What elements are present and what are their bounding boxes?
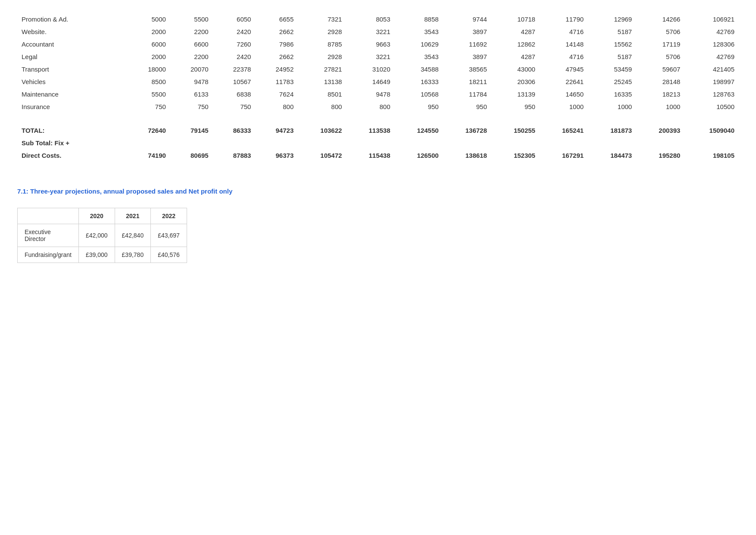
row-value: 11692 [443, 38, 491, 50]
row-value: 27821 [298, 63, 346, 75]
subtotal-label: Sub Total: Fix + [17, 137, 739, 149]
row-value: 7624 [255, 88, 298, 100]
row-value: 10500 [684, 100, 739, 113]
spacer-row [17, 113, 739, 119]
proj-header-row: 202020212022 [18, 208, 187, 224]
total-value: 124550 [395, 119, 443, 137]
direct-costs-value: 87883 [213, 149, 256, 162]
proj-row-value: £39,000 [78, 247, 115, 263]
row-value: 8785 [298, 38, 346, 50]
row-value: 8858 [395, 13, 443, 25]
row-value: 20306 [491, 75, 540, 88]
row-value: 42769 [684, 50, 739, 63]
row-value: 18211 [443, 75, 491, 88]
proj-row-value: £40,576 [151, 247, 187, 263]
expense-row: Legal20002200242026622928322135433897428… [17, 50, 739, 63]
row-value: 1000 [540, 100, 588, 113]
total-label: TOTAL: [17, 119, 128, 137]
row-label: Legal [17, 50, 128, 63]
total-value: 72640 [128, 119, 170, 137]
direct-costs-value: 138618 [443, 149, 491, 162]
row-value: 6133 [170, 88, 213, 100]
row-value: 20070 [170, 63, 213, 75]
row-value: 3543 [395, 50, 443, 63]
row-value: 38565 [443, 63, 491, 75]
row-value: 2662 [255, 50, 298, 63]
row-value: 6050 [213, 13, 256, 25]
row-value: 9663 [346, 38, 394, 50]
row-value: 10567 [213, 75, 256, 88]
row-value: 6600 [170, 38, 213, 50]
row-value: 53459 [588, 63, 636, 75]
row-value: 11783 [255, 75, 298, 88]
row-value: 8501 [298, 88, 346, 100]
proj-row-label: Fundraising/grant [18, 247, 79, 263]
direct-costs-value: 74190 [128, 149, 170, 162]
total-value: 113538 [346, 119, 394, 137]
total-value: 150255 [491, 119, 540, 137]
total-value: 86333 [213, 119, 256, 137]
row-value: 13139 [491, 88, 540, 100]
row-value: 2928 [298, 25, 346, 38]
row-value: 750 [128, 100, 170, 113]
row-value: 14148 [540, 38, 588, 50]
row-value: 750 [213, 100, 256, 113]
row-value: 8500 [128, 75, 170, 88]
row-value: 2662 [255, 25, 298, 38]
row-value: 22641 [540, 75, 588, 88]
direct-costs-row: Direct Costs.741908069587883963731054721… [17, 149, 739, 162]
row-value: 28148 [636, 75, 684, 88]
projections-table: 202020212022 Executive Director£42,000£4… [17, 208, 187, 263]
direct-costs-value: 105472 [298, 149, 346, 162]
row-value: 59607 [636, 63, 684, 75]
row-value: 10568 [395, 88, 443, 100]
total-value: 79145 [170, 119, 213, 137]
total-row: TOTAL:7264079145863339472310362211353812… [17, 119, 739, 137]
row-value: 3897 [443, 50, 491, 63]
row-value: 6000 [128, 38, 170, 50]
row-value: 7321 [298, 13, 346, 25]
direct-costs-value: 195280 [636, 149, 684, 162]
row-value: 6655 [255, 13, 298, 25]
row-value: 5187 [588, 50, 636, 63]
direct-costs-value: 184473 [588, 149, 636, 162]
row-label: Promotion & Ad. [17, 13, 128, 25]
proj-header-cell: 2020 [78, 208, 115, 224]
expense-row: Vehicles85009478105671178313138146491633… [17, 75, 739, 88]
row-value: 5706 [636, 25, 684, 38]
row-value: 7260 [213, 38, 256, 50]
subtotal-row: Sub Total: Fix + [17, 137, 739, 149]
direct-costs-value: 152305 [491, 149, 540, 162]
row-value: 18000 [128, 63, 170, 75]
row-value: 800 [255, 100, 298, 113]
expense-row: Website.20002200242026622928322135433897… [17, 25, 739, 38]
row-value: 950 [443, 100, 491, 113]
row-value: 106921 [684, 13, 739, 25]
row-value: 5706 [636, 50, 684, 63]
row-value: 1000 [588, 100, 636, 113]
row-value: 11790 [540, 13, 588, 25]
row-value: 25245 [588, 75, 636, 88]
proj-row-value: £43,697 [151, 224, 187, 247]
row-value: 5000 [128, 13, 170, 25]
proj-header-cell: 2022 [151, 208, 187, 224]
row-value: 750 [170, 100, 213, 113]
row-value: 128306 [684, 38, 739, 50]
row-value: 11784 [443, 88, 491, 100]
row-value: 16335 [588, 88, 636, 100]
row-value: 42769 [684, 25, 739, 38]
proj-row: Fundraising/grant£39,000£39,780£40,576 [18, 247, 187, 263]
row-value: 2000 [128, 25, 170, 38]
row-value: 17119 [636, 38, 684, 50]
row-value: 5187 [588, 25, 636, 38]
proj-row-value: £42,000 [78, 224, 115, 247]
row-value: 2200 [170, 50, 213, 63]
row-value: 9478 [170, 75, 213, 88]
row-value: 6838 [213, 88, 256, 100]
row-value: 800 [298, 100, 346, 113]
proj-row-label: Executive Director [18, 224, 79, 247]
row-value: 4716 [540, 50, 588, 63]
row-value: 15562 [588, 38, 636, 50]
total-value: 165241 [540, 119, 588, 137]
row-value: 2000 [128, 50, 170, 63]
